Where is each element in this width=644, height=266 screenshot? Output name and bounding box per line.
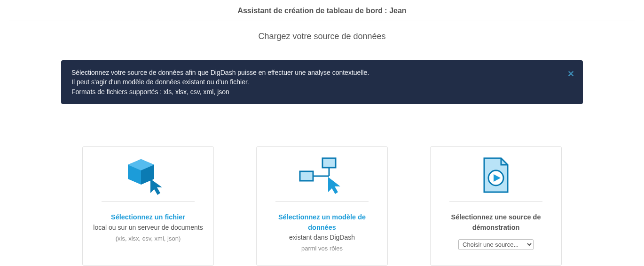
card-select-model[interactable]: Sélectionnez un modèle de données exista… xyxy=(256,146,388,266)
info-banner: Sélectionnez votre source de données afi… xyxy=(61,60,583,104)
card-title: Sélectionnez un fichier xyxy=(93,212,203,223)
page-subtitle: Chargez votre source de données xyxy=(0,21,644,46)
page-title: Assistant de création de tableau de bord… xyxy=(9,7,635,15)
info-line-3: Formats de fichiers supportés : xls, xls… xyxy=(71,87,573,97)
divider xyxy=(275,202,369,202)
card-subtitle: local ou sur un serveur de documents xyxy=(93,224,203,231)
info-line-1: Sélectionnez votre source de données afi… xyxy=(71,68,573,77)
card-title: Sélectionnez un modèle de données xyxy=(267,212,377,233)
divider xyxy=(102,202,195,202)
svg-rect-4 xyxy=(300,171,313,181)
info-line-2: Il peut s'agir d'un modèle de données ex… xyxy=(71,77,573,87)
svg-rect-3 xyxy=(322,158,336,168)
demo-source-select[interactable]: Choisir une source... xyxy=(458,239,534,250)
card-title-accent: Sélectionnez un fichier xyxy=(111,213,185,221)
card-title-accent: Sélectionnez un modèle de données xyxy=(278,213,366,231)
card-select-demo: Sélectionnez une source de démonstration… xyxy=(430,146,562,266)
file-play-icon xyxy=(441,155,551,198)
wizard-header: Assistant de création de tableau de bord… xyxy=(9,0,635,21)
flowchart-cursor-icon xyxy=(267,155,377,198)
source-cards-row: Sélectionnez un fichier local ou sur un … xyxy=(0,146,644,266)
divider xyxy=(449,202,542,202)
card-note: parmi vos rôles xyxy=(267,245,377,252)
cube-cursor-icon xyxy=(93,155,203,198)
card-note: (xls, xlsx, csv, xml, json) xyxy=(93,235,203,242)
close-icon[interactable]: ✕ xyxy=(567,68,574,80)
card-title: Sélectionnez une source de démonstration xyxy=(441,212,551,233)
card-select-file[interactable]: Sélectionnez un fichier local ou sur un … xyxy=(82,146,214,266)
card-subtitle: existant dans DigDash xyxy=(267,234,377,241)
